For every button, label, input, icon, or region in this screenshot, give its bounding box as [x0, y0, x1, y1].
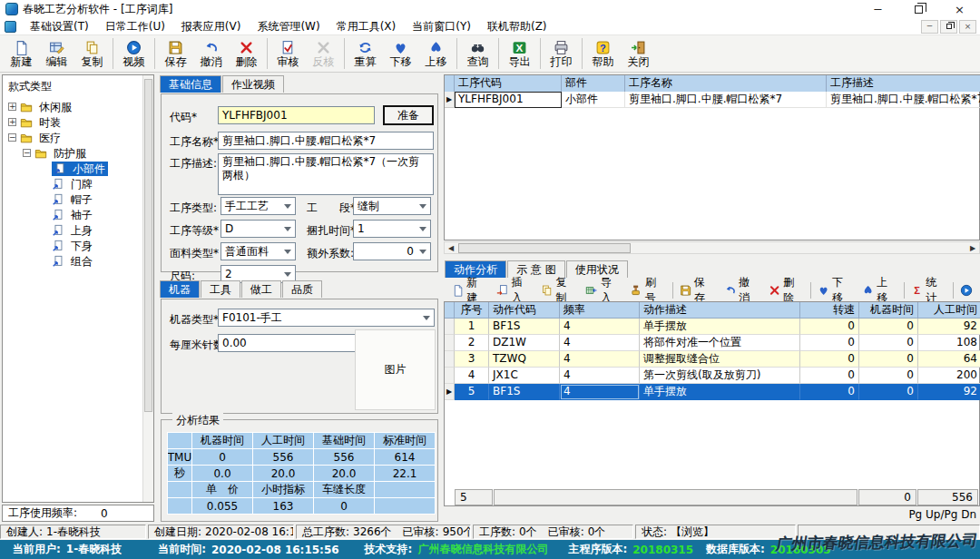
sidebar-item-5[interactable]: 门牌	[6, 176, 152, 191]
collapse-icon[interactable]: −	[8, 133, 16, 142]
action-toolbar-button-insert[interactable]: 插入	[492, 280, 536, 300]
scroll-thumb[interactable]	[458, 243, 631, 253]
col-a-speed[interactable]: 转速	[800, 302, 859, 319]
col-process-name[interactable]: 工序名称	[625, 75, 827, 92]
action-toolbar-button-stats[interactable]: Σ统计	[906, 280, 951, 300]
sidebar-item-6[interactable]: 帽子	[6, 191, 152, 207]
action-toolbar-button-doc-new[interactable]: 新建	[447, 280, 492, 300]
col-a-code[interactable]: 动作代码	[489, 302, 560, 319]
child-restore-icon[interactable]	[940, 20, 957, 34]
col-a-desc[interactable]: 动作描述	[640, 302, 800, 319]
action-row-4[interactable]: 4JX1C4第一次剪线(取及放剪刀)00200	[445, 368, 979, 384]
action-toolbar-button-move-down[interactable]: 下移	[813, 280, 858, 300]
action-row-1[interactable]: 1BF1S4单手摆放0092	[445, 319, 979, 335]
toolbar-button-close[interactable]: 关闭	[621, 36, 656, 72]
current-time-label: 当前时间:	[158, 542, 206, 557]
toolbar-button-move-down[interactable]: 下移	[383, 36, 418, 72]
machine-type-select[interactable]: F0101-手工	[218, 309, 435, 327]
stage-select[interactable]: 缝制	[353, 197, 431, 215]
process-name-field[interactable]: 剪里袖口.脚口.中腰.帽口松紧*7	[218, 132, 434, 150]
process-table-hscrollbar[interactable]: ◀ ▶	[444, 241, 980, 254]
col-a-mach[interactable]: 机器时间	[859, 302, 918, 319]
menu-item-0[interactable]: 基础设置(T)	[22, 18, 97, 34]
expand-icon[interactable]: +	[8, 118, 16, 126]
process-type-select[interactable]: 手工工艺	[220, 197, 296, 215]
col-a-freq[interactable]: 频率	[560, 302, 640, 319]
stitch-density-field[interactable]: 0.00	[218, 334, 356, 352]
scroll-left-icon[interactable]: ◀	[445, 242, 457, 253]
toolbar-button-audit[interactable]: 审核	[270, 36, 306, 72]
fabric-type-select[interactable]: 普通面料	[220, 242, 296, 260]
tree-scrollbar[interactable]	[142, 75, 153, 502]
child-minimize-icon[interactable]: ─	[921, 20, 938, 34]
toolbar-button-video[interactable]: 视频	[116, 36, 152, 72]
tab-basic-info[interactable]: 基础信息	[160, 75, 221, 93]
toolbar-button-save[interactable]: 保存	[158, 36, 193, 72]
sidebar-item-2[interactable]: −医疗	[6, 130, 152, 145]
restore-icon[interactable]	[898, 0, 939, 18]
menu-item-2[interactable]: 报表应用(V)	[173, 18, 250, 34]
action-toolbar-button-import[interactable]: 导入	[581, 280, 625, 300]
prepare-button[interactable]: 准备	[383, 105, 434, 125]
expand-icon[interactable]: +	[8, 103, 16, 111]
menu-item-5[interactable]: 当前窗口(Y)	[404, 18, 479, 34]
sidebar-item-9[interactable]: 下身	[6, 238, 152, 253]
col-part[interactable]: 部件	[562, 75, 625, 92]
col-process-desc[interactable]: 工序描述	[827, 75, 980, 92]
sidebar-item-7[interactable]: 袖子	[6, 207, 152, 222]
tab-machine[interactable]: 机器	[160, 280, 200, 298]
sidebar-item-1[interactable]: +时装	[6, 114, 152, 130]
tab-tool[interactable]: 工具	[201, 280, 240, 298]
extra-factor-select[interactable]: 0	[353, 242, 431, 260]
process-row[interactable]: ▶ YLFHFBJ001 小部件 剪里袖口.脚口.中腰.帽口松紧*7 剪里袖口.…	[445, 92, 979, 108]
grade-select[interactable]: D	[220, 220, 296, 238]
menu-item-4[interactable]: 常用工具(X)	[328, 18, 405, 34]
toolbar-button-doc-new[interactable]: 新建	[4, 36, 39, 72]
action-row-5[interactable]: ▶5BF1S4单手摆放0092	[445, 384, 979, 400]
toolbar-button-delete[interactable]: 删除	[229, 36, 264, 72]
sidebar-item-8[interactable]: 上身	[6, 222, 152, 238]
toolbar-button-undo[interactable]: 撤消	[193, 36, 229, 72]
action-toolbar-button-copy[interactable]: 复制	[536, 280, 581, 300]
col-a-labor[interactable]: 人工时间	[918, 302, 980, 319]
menu-item-1[interactable]: 日常工作(U)	[97, 18, 173, 34]
child-close-icon[interactable]: ×	[959, 20, 976, 34]
code-field[interactable]: YLFHFBJ001	[218, 106, 375, 124]
process-desc-field[interactable]: 剪里袖口.脚口.中腰.帽口松紧*7（一次剪两根）	[218, 153, 434, 195]
sidebar-item-0[interactable]: +休闲服	[6, 99, 152, 114]
toolbar-button-export[interactable]: X导出	[502, 36, 537, 72]
action-row-3[interactable]: 3TZWQ4调整握取缝合位0064	[445, 351, 979, 368]
action-row-2[interactable]: 2DZ1W4将部件对准一个位置00108	[445, 335, 979, 351]
toolbar-button-edit[interactable]: 编辑	[39, 36, 74, 72]
usage-frequency-box: 工序使用频率: 0	[2, 505, 154, 522]
toolbar-button-copy[interactable]: 复制	[74, 36, 110, 72]
col-a-seq[interactable]: 序号	[455, 302, 489, 319]
close-icon[interactable]: ×	[939, 0, 980, 18]
toolbar-button-search[interactable]: 查询	[460, 36, 495, 72]
collapse-icon[interactable]: −	[23, 149, 31, 157]
tab-work-video[interactable]: 作业视频	[222, 75, 284, 93]
tab-workmanship[interactable]: 做工	[241, 280, 281, 298]
toolbar-button-help[interactable]: ?帮助	[585, 36, 621, 72]
menu-item-3[interactable]: 系统管理(W)	[249, 18, 328, 34]
minimize-icon[interactable]: ─	[858, 0, 898, 18]
toolbar-button-recalc[interactable]: 重算	[348, 36, 383, 72]
unaudit-icon	[316, 40, 331, 55]
toolbar-button-move-up[interactable]: 上移	[418, 36, 454, 72]
menu-item-6[interactable]: 联机帮助(Z)	[479, 18, 555, 34]
sidebar-item-3[interactable]: −防护服	[6, 145, 152, 161]
action-toolbar-button-undo[interactable]: 撤消	[720, 280, 764, 300]
toolbar-button-unaudit[interactable]: 反核	[306, 36, 341, 72]
sidebar-item-10[interactable]: 组合	[6, 253, 152, 269]
scroll-right-icon[interactable]: ▶	[966, 242, 979, 253]
action-toolbar-button-move-up[interactable]: 上移	[858, 280, 902, 300]
tab-quality[interactable]: 品质	[282, 280, 322, 298]
action-toolbar-button-delete[interactable]: 删除	[764, 280, 808, 300]
action-toolbar-button-brush[interactable]: 刷号	[625, 280, 670, 300]
action-toolbar-button-save[interactable]: 保存	[675, 280, 720, 300]
action-toolbar-button-play[interactable]	[956, 280, 980, 300]
bundle-time-select[interactable]: 1	[353, 220, 431, 238]
toolbar-button-print[interactable]: 打印	[544, 36, 579, 72]
sidebar-item-4[interactable]: 小部件	[6, 161, 152, 176]
col-process-code[interactable]: 工序代码	[455, 75, 562, 92]
